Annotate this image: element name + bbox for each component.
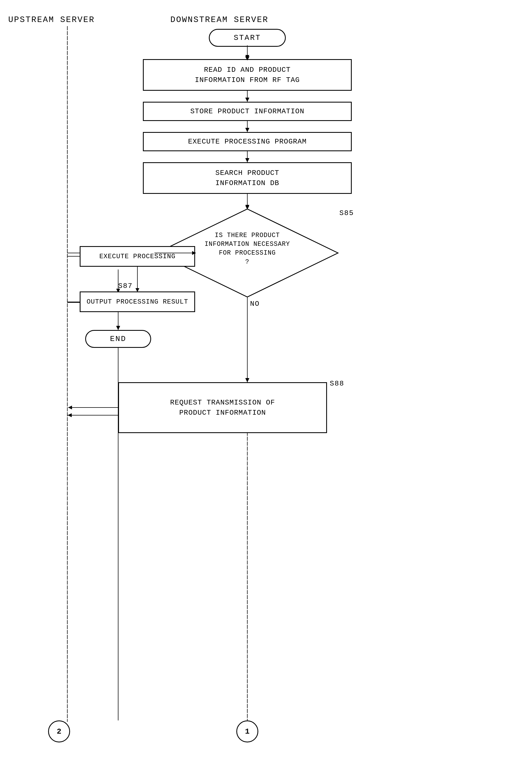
svg-marker-31 [245,55,249,59]
s82-box: STORE PRODUCT INFORMATION [143,102,352,121]
s84-text: SEARCH PRODUCTINFORMATION DB [215,168,279,188]
svg-marker-2 [245,55,249,59]
svg-marker-4 [245,98,249,102]
s85-text: IS THERE PRODUCTINFORMATION NECESSARYFOR… [182,231,313,266]
circle-2: 2 [48,720,70,742]
circle2-text: 2 [57,727,62,736]
svg-marker-6 [245,128,249,132]
svg-marker-37 [245,158,249,162]
s86-box: EXECUTE PROCESSING [80,246,195,267]
svg-marker-20 [245,378,249,382]
s87-text: OUTPUT PROCESSING RESULT [87,297,188,307]
circle-1: 1 [236,720,258,742]
downstream-server-label: DOWNSTREAM SERVER [170,15,268,24]
svg-marker-45 [116,326,120,330]
svg-marker-17 [116,326,120,330]
s86-text: EXECUTE PROCESSING [99,252,175,261]
diagram-container: UPSTREAM SERVER DOWNSTREAM SERVER START … [0,0,532,757]
circle1-text: 1 [245,727,250,736]
svg-marker-22 [68,413,72,417]
end-box: END [85,330,151,348]
s85-label: S85 [339,209,354,217]
svg-marker-33 [245,98,249,102]
svg-marker-35 [245,128,249,132]
svg-marker-49 [68,406,72,409]
s84-box: SEARCH PRODUCTINFORMATION DB [143,162,352,194]
s83-text: EXECUTE PROCESSING PROGRAM [188,136,307,147]
upstream-server-label: UPSTREAM SERVER [8,15,95,24]
start-box: START [209,29,286,47]
s81-text: READ ID AND PRODUCTINFORMATION FROM RF T… [195,65,300,85]
s87-box: OUTPUT PROCESSING RESULT [80,291,195,312]
s88-label: S88 [330,379,344,388]
s88-box: REQUEST TRANSMISSION OFPRODUCT INFORMATI… [118,382,327,433]
s83-box: EXECUTE PROCESSING PROGRAM [143,132,352,151]
no-label: NO [250,300,260,308]
s82-text: STORE PRODUCT INFORMATION [190,106,304,116]
svg-marker-47 [245,378,249,382]
s88-text: REQUEST TRANSMISSION OFPRODUCT INFORMATI… [170,398,275,418]
s81-box: READ ID AND PRODUCTINFORMATION FROM RF T… [143,59,352,91]
s87-label: S87 [118,282,133,290]
svg-marker-8 [245,158,249,162]
